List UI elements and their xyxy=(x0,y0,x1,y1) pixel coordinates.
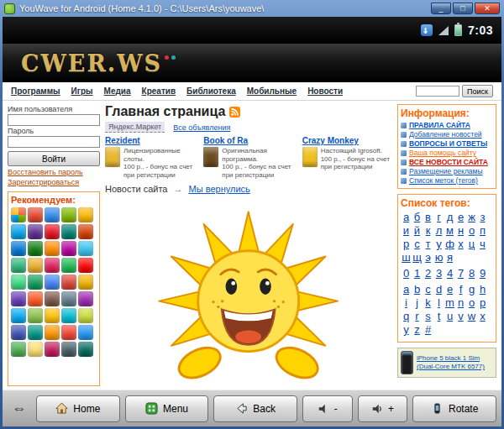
software-icon[interactable] xyxy=(45,224,60,239)
software-icon[interactable] xyxy=(61,275,76,290)
tag-letter[interactable]: п xyxy=(477,224,488,238)
title-bar[interactable]: YouWave for Android (Home 4.1.0) - C:\Us… xyxy=(3,0,501,17)
tag-letter[interactable]: р xyxy=(401,238,412,251)
software-icon[interactable] xyxy=(61,224,76,239)
tag-letter[interactable]: s xyxy=(423,310,433,323)
info-link[interactable]: ВСЕ НОВОСТИ САЙТА xyxy=(409,158,488,166)
software-icon[interactable] xyxy=(61,207,76,222)
software-icon[interactable] xyxy=(61,258,76,273)
tag-letter[interactable]: 8 xyxy=(466,267,477,280)
software-icon[interactable] xyxy=(28,241,43,256)
software-icon[interactable] xyxy=(28,342,43,357)
username-field[interactable] xyxy=(8,114,100,126)
software-icon[interactable] xyxy=(78,308,93,323)
software-icon[interactable] xyxy=(45,291,60,306)
tag-letter[interactable]: m xyxy=(444,296,455,310)
nav-item[interactable]: Новости xyxy=(307,86,343,96)
tag-letter[interactable]: б xyxy=(412,211,423,224)
software-icon[interactable] xyxy=(78,224,93,239)
software-icon[interactable] xyxy=(11,325,26,340)
tag-letter[interactable]: н xyxy=(455,224,466,238)
software-icon[interactable] xyxy=(61,291,76,306)
software-icon[interactable] xyxy=(11,224,26,239)
tag-letter[interactable]: у xyxy=(433,238,444,251)
tag-letter[interactable]: з xyxy=(477,211,488,224)
rotate-button[interactable]: Rotate xyxy=(412,395,496,422)
nav-item[interactable]: Библиотека xyxy=(186,86,236,96)
nav-item[interactable]: Мобильные xyxy=(247,86,297,96)
tag-letter[interactable]: л xyxy=(433,224,444,238)
volume-down-button[interactable]: - xyxy=(302,395,353,422)
tag-letter[interactable]: 4 xyxy=(444,267,455,280)
restore-password-link[interactable]: Восстановить пароль xyxy=(8,168,100,176)
register-link[interactable]: Зарегистрироваться xyxy=(8,178,100,186)
software-icon[interactable] xyxy=(78,275,93,290)
menu-button[interactable]: Menu xyxy=(125,395,209,422)
tag-letter[interactable]: t xyxy=(433,310,444,323)
all-ads-link[interactable]: Все объявления xyxy=(173,123,230,132)
info-link[interactable]: Размещение рекламы xyxy=(409,167,483,175)
software-icon[interactable] xyxy=(78,291,93,306)
tag-letter[interactable]: о xyxy=(466,224,477,238)
info-link[interactable]: Список меток (тегов) xyxy=(409,176,478,185)
software-icon[interactable] xyxy=(11,241,26,256)
software-icon[interactable] xyxy=(28,275,43,290)
info-link[interactable]: ПРАВИЛА САЙТА xyxy=(409,121,470,129)
nav-item[interactable]: Программы xyxy=(11,86,60,96)
info-link[interactable]: ВОПРОСЫ И ОТВЕТЫ xyxy=(409,139,487,148)
software-icon[interactable] xyxy=(45,275,60,290)
tag-letter[interactable]: 2 xyxy=(423,267,433,280)
tag-letter[interactable]: l xyxy=(433,296,444,310)
tag-letter[interactable]: к xyxy=(423,224,433,238)
software-icon[interactable] xyxy=(11,308,26,323)
ad-title-link[interactable]: Crazy Monkey xyxy=(302,136,392,145)
tag-letter[interactable]: ч xyxy=(477,238,488,251)
software-icon[interactable] xyxy=(45,325,60,340)
site-logo[interactable]: CWER.WS xyxy=(21,50,162,76)
tag-letter[interactable]: y xyxy=(401,323,412,337)
tag-letter[interactable]: 7 xyxy=(455,267,466,280)
tag-letter[interactable]: т xyxy=(423,238,433,251)
tag-letter[interactable]: i xyxy=(401,296,412,310)
tag-letter[interactable]: u xyxy=(444,310,455,323)
nav-item[interactable]: Креатив xyxy=(142,86,176,96)
password-field[interactable] xyxy=(8,136,100,148)
tag-letter[interactable]: ж xyxy=(466,211,477,224)
tag-letter[interactable]: w xyxy=(466,310,477,323)
tag-letter[interactable]: b xyxy=(412,283,423,296)
software-icon[interactable] xyxy=(78,207,93,222)
volume-up-button[interactable]: + xyxy=(358,395,408,422)
yandex-market-link[interactable]: Яндекс.Маркет xyxy=(105,122,165,133)
tag-letter[interactable]: ф xyxy=(444,238,455,251)
tag-letter[interactable]: 9 xyxy=(477,267,488,280)
software-icon[interactable] xyxy=(45,207,60,222)
maximize-button[interactable]: □ xyxy=(453,3,473,14)
software-icon[interactable] xyxy=(28,224,43,239)
back-button[interactable]: Back xyxy=(213,395,297,422)
software-icon[interactable] xyxy=(11,207,26,222)
tag-letter[interactable]: ш xyxy=(401,251,412,264)
login-button[interactable]: Войти xyxy=(8,151,100,166)
nav-item[interactable]: Игры xyxy=(71,86,93,96)
tag-letter[interactable]: e xyxy=(444,283,455,296)
tag-letter[interactable]: ю xyxy=(433,251,444,264)
tag-letter[interactable]: v xyxy=(455,310,466,323)
tag-letter[interactable]: q xyxy=(401,310,412,323)
software-icon[interactable] xyxy=(11,275,26,290)
rss-icon[interactable] xyxy=(229,107,240,118)
software-icon[interactable] xyxy=(28,325,43,340)
software-icon[interactable] xyxy=(78,325,93,340)
tag-letter[interactable]: э xyxy=(423,251,433,264)
software-icon[interactable] xyxy=(11,291,26,306)
tag-letter[interactable]: n xyxy=(455,296,466,310)
tag-letter[interactable]: z xyxy=(412,323,423,337)
software-icon[interactable] xyxy=(78,258,93,273)
tag-letter[interactable]: h xyxy=(477,283,488,296)
software-icon[interactable] xyxy=(61,342,76,357)
software-icon[interactable] xyxy=(28,291,43,306)
tag-letter[interactable]: г xyxy=(433,211,444,224)
tag-letter[interactable]: d xyxy=(433,283,444,296)
tag-letter[interactable]: 1 xyxy=(412,267,423,280)
tag-letter[interactable]: ц xyxy=(466,238,477,251)
software-icon[interactable] xyxy=(28,258,43,273)
